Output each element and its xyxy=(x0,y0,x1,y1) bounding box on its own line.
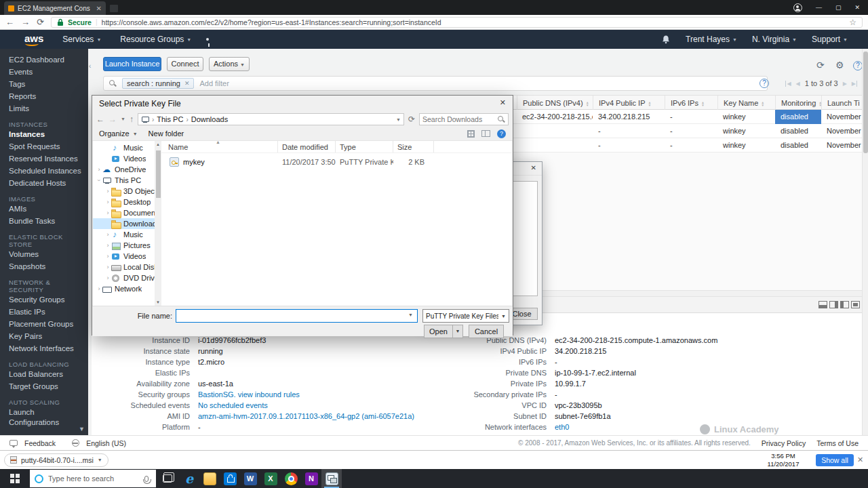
breadcrumb-this-pc[interactable]: This PC xyxy=(157,115,183,123)
preview-pane-icon[interactable] xyxy=(481,130,490,137)
sidebar-item-reports[interactable]: Reports xyxy=(0,90,88,102)
filter-chip[interactable]: search : running✕ xyxy=(122,78,194,89)
back-button[interactable]: ← xyxy=(5,17,14,28)
sidebar-item-amis[interactable]: AMIs xyxy=(0,203,88,215)
dialog-titlebar[interactable]: Select Private Key File ✕ xyxy=(92,96,513,112)
tree-item-this-pc[interactable]: ›This PC xyxy=(93,175,155,186)
column-header-ipv6-ips[interactable]: IPv6 IPs▲▼ xyxy=(665,96,717,110)
feedback-link[interactable]: Feedback xyxy=(24,439,56,447)
tree-item-videos[interactable]: ›Videos xyxy=(93,153,155,164)
task-view-button[interactable] xyxy=(156,469,179,488)
sidebar-item-events[interactable]: Events xyxy=(0,66,88,78)
browser-tab[interactable]: EC2 Management Cons ✕ xyxy=(4,1,106,15)
tree-item-music[interactable]: ›Music xyxy=(93,142,155,153)
previous-page-icon[interactable]: ◀ xyxy=(796,81,800,87)
bookmark-star-icon[interactable]: ☆ xyxy=(849,18,856,27)
show-all-downloads-button[interactable]: Show all xyxy=(816,454,854,466)
tree-item-dvd-drive-d-c[interactable]: ›DVD Drive (D:) C xyxy=(93,272,155,283)
expand-chevron-icon[interactable]: › xyxy=(96,177,102,184)
tree-item-3d-objects[interactable]: ›3D Objects xyxy=(93,186,155,197)
tree-item-pictures[interactable]: ›Pictures xyxy=(93,240,155,251)
column-header-monitoring[interactable]: Monitoring▲▼ xyxy=(775,96,821,110)
taskbar-file-explorer-icon[interactable] xyxy=(199,469,220,488)
detail-value[interactable]: BastionSG. view inbound rules xyxy=(198,390,300,399)
next-page-icon[interactable]: ▶ xyxy=(843,81,847,87)
open-button[interactable]: Open ▼ xyxy=(424,325,463,338)
first-page-icon[interactable]: ◀ xyxy=(785,81,791,87)
taskbar-edge-icon[interactable]: e xyxy=(179,469,199,488)
window-minimize-button[interactable]: — xyxy=(816,0,822,15)
expand-chevron-icon[interactable]: › xyxy=(104,209,111,216)
tree-item-desktop[interactable]: ›Desktop xyxy=(93,197,155,207)
expand-chevron-icon[interactable]: › xyxy=(96,166,102,173)
detail-value[interactable]: amzn-ami-hvm-2017.09.1.20171103-x86_64-g… xyxy=(198,412,414,420)
scrollbar-thumb[interactable] xyxy=(863,52,868,153)
putty-close-icon[interactable]: ✕ xyxy=(531,164,536,171)
column-header-ipv4-public-ip[interactable]: IPv4 Public IP▲▼ xyxy=(593,96,665,110)
privacy-policy-link[interactable]: Privacy Policy xyxy=(762,439,806,447)
breadcrumb-dropdown-icon[interactable]: ▼ xyxy=(396,117,401,122)
expand-chevron-icon[interactable]: › xyxy=(104,199,111,205)
dialog-search-box[interactable] xyxy=(419,113,509,125)
expand-chevron-icon[interactable]: › xyxy=(104,231,111,238)
sidebar-item-target-groups[interactable]: Target Groups xyxy=(0,380,88,392)
scroll-down-icon[interactable]: ▼ xyxy=(155,300,161,304)
dialog-up-icon[interactable]: ↑ xyxy=(130,115,134,124)
file-type-select[interactable]: PuTTY Private Key Files (*.ppk) ▼ xyxy=(422,309,509,323)
taskbar-chrome-icon[interactable] xyxy=(281,469,301,488)
sidebar-item-load-balancers[interactable]: Load Balancers xyxy=(0,368,88,380)
nav-region-menu[interactable]: N. Virginia▼ xyxy=(752,35,797,44)
expand-chevron-icon[interactable]: › xyxy=(104,274,111,281)
bell-icon[interactable] xyxy=(661,35,671,44)
tab-close-icon[interactable]: ✕ xyxy=(96,5,102,12)
dialog-back-icon[interactable]: ← xyxy=(96,115,104,124)
scrollbar-thumb[interactable] xyxy=(156,150,161,198)
browser-profile-icon[interactable] xyxy=(793,3,802,12)
filter-help-icon[interactable]: ? xyxy=(760,79,769,88)
remove-filter-icon[interactable]: ✕ xyxy=(184,80,190,87)
expand-chevron-icon[interactable]: › xyxy=(96,285,102,292)
view-options-icon[interactable] xyxy=(467,130,475,138)
sidebar-item-reserved-instances[interactable]: Reserved Instances xyxy=(0,152,88,165)
tree-item-music[interactable]: ›Music xyxy=(93,229,155,240)
pin-icon[interactable] xyxy=(206,38,209,41)
scroll-up-icon[interactable]: ▲ xyxy=(155,142,161,146)
sidebar-item-volumes[interactable]: Volumes xyxy=(0,248,88,260)
nav-support-menu[interactable]: Support▼ xyxy=(812,35,848,44)
sidebar-item-instances[interactable]: Instances xyxy=(0,128,88,140)
expand-chevron-icon[interactable]: › xyxy=(104,188,111,195)
dialog-help-icon[interactable]: ? xyxy=(497,129,506,138)
organize-button[interactable]: Organize▼ xyxy=(99,129,138,138)
column-header-public-dns-ipv4[interactable]: Public DNS (IPv4)▲▼ xyxy=(517,96,593,110)
file-name-dropdown-icon[interactable]: ▼ xyxy=(408,312,413,317)
sidebar-item-elastic-ips[interactable]: Elastic IPs xyxy=(0,306,88,318)
breadcrumb-downloads[interactable]: Downloads xyxy=(191,115,228,123)
tree-item-downloads[interactable]: ›Downloads xyxy=(93,218,155,229)
new-tab-button[interactable] xyxy=(110,5,118,12)
tree-scrollbar[interactable]: ▲ ▼ xyxy=(155,141,161,306)
dialog-forward-icon[interactable]: → xyxy=(108,115,117,124)
refresh-icon[interactable]: ⟳ xyxy=(816,60,825,70)
add-filter-label[interactable]: Add filter xyxy=(199,79,229,87)
sidebar-item-network-interfaces[interactable]: Network Interfaces xyxy=(0,342,88,354)
microphone-icon[interactable] xyxy=(144,476,149,482)
url-field[interactable]: Secure | https://console.aws.amazon.com/… xyxy=(51,17,863,28)
detail-value[interactable]: No scheduled events xyxy=(198,401,268,409)
nav-services[interactable]: Services▼ xyxy=(62,35,101,44)
expand-chevron-icon[interactable]: › xyxy=(104,242,111,249)
expand-chevron-icon[interactable]: › xyxy=(104,253,111,260)
chevron-down-icon[interactable]: ▼ xyxy=(98,458,102,462)
file-column-size[interactable]: Size xyxy=(393,141,434,152)
gear-icon[interactable]: ⚙ xyxy=(835,60,844,70)
sidebar-item-placement-groups[interactable]: Placement Groups xyxy=(0,318,88,330)
sidebar-item-security-groups[interactable]: Security Groups xyxy=(0,293,88,306)
taskbar-word-icon[interactable]: W xyxy=(240,469,260,488)
window-close-button[interactable]: ✕ xyxy=(854,0,860,15)
detail-value[interactable]: eth0 xyxy=(555,423,569,431)
instance-filter-bar[interactable]: search : running✕ Add filter xyxy=(103,76,768,91)
file-column-type[interactable]: Type xyxy=(336,141,393,152)
dialog-close-icon[interactable]: ✕ xyxy=(500,98,506,107)
start-button[interactable] xyxy=(0,469,30,488)
pane-layout-full-icon[interactable] xyxy=(851,301,860,308)
file-row-mykey[interactable]: mykey 11/20/2017 3:50 PM PuTTY Private K… xyxy=(161,156,512,168)
